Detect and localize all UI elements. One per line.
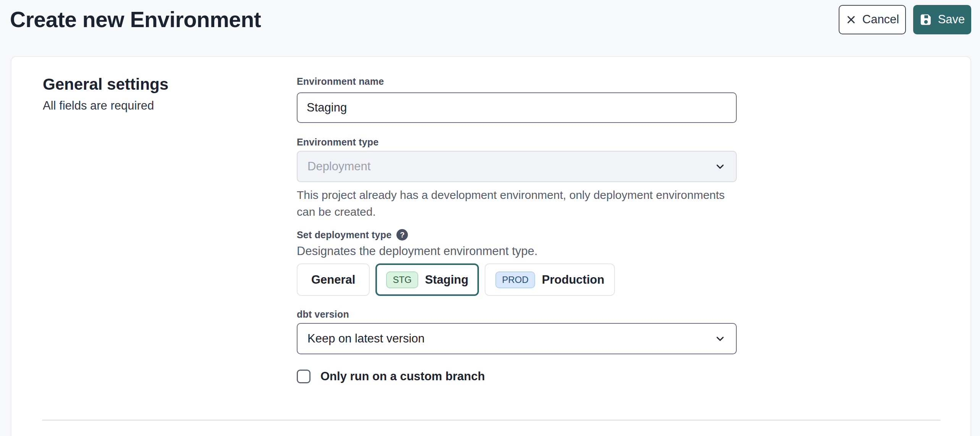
staging-badge: STG <box>386 271 418 288</box>
deployment-type-label: Set deployment type <box>297 229 391 241</box>
section-intro: General settings All fields are required <box>43 72 297 436</box>
section-subheading: All fields are required <box>43 99 297 113</box>
deployment-type-option-production-label: Production <box>542 273 605 287</box>
question-mark-glyph: ? <box>400 231 404 239</box>
page-header: Create new Environment Cancel Save <box>0 0 980 34</box>
page-title: Create new Environment <box>10 7 261 32</box>
deployment-type-option-staging[interactable]: STG Staging <box>375 263 479 296</box>
environment-type-help-text: This project already has a development e… <box>297 187 737 220</box>
section-divider <box>42 420 941 421</box>
dbt-version-label: dbt version <box>297 309 737 320</box>
header-actions: Cancel Save <box>839 5 971 34</box>
chevron-down-icon <box>714 161 726 173</box>
environment-type-label: Environment type <box>297 137 737 148</box>
deployment-type-option-production[interactable]: PROD Production <box>485 263 615 296</box>
environment-type-select[interactable]: Deployment <box>297 151 737 182</box>
custom-branch-row: Only run on a custom branch <box>297 370 737 383</box>
custom-branch-checkbox[interactable] <box>297 370 310 383</box>
dbt-version-value: Keep on latest version <box>307 332 425 346</box>
environment-name-input[interactable] <box>297 92 737 123</box>
chevron-down-icon <box>714 333 726 345</box>
custom-branch-label: Only run on a custom branch <box>320 370 485 383</box>
deployment-type-option-general-label: General <box>311 273 355 287</box>
question-mark-circle-icon[interactable]: ? <box>396 229 408 241</box>
environment-name-label: Environment name <box>297 76 737 87</box>
deployment-type-option-general[interactable]: General <box>297 263 370 296</box>
floppy-disk-icon <box>920 13 932 26</box>
cancel-button-label: Cancel <box>862 13 899 26</box>
dbt-version-select[interactable]: Keep on latest version <box>297 323 737 354</box>
save-button[interactable]: Save <box>913 5 971 34</box>
cancel-button[interactable]: Cancel <box>839 5 906 34</box>
x-icon <box>846 14 857 25</box>
deployment-type-description: Designates the deployment environment ty… <box>297 244 737 258</box>
general-settings-card: General settings All fields are required… <box>11 56 971 436</box>
save-button-label: Save <box>938 13 965 26</box>
section-heading: General settings <box>43 75 297 94</box>
deployment-type-options: General STG Staging PROD Production <box>297 263 737 296</box>
deployment-type-option-staging-label: Staging <box>425 273 469 287</box>
production-badge: PROD <box>495 271 535 288</box>
environment-type-value: Deployment <box>307 160 370 173</box>
environment-form: Environment name Environment type Deploy… <box>297 72 737 436</box>
